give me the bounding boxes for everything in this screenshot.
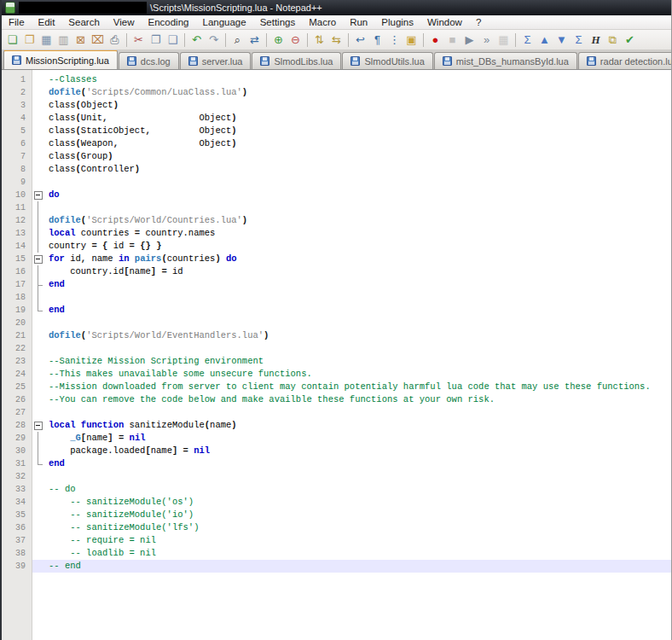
code-line[interactable]: 3class(Object) xyxy=(2,99,671,112)
code-line[interactable]: 23--Sanitize Mission Scripting environme… xyxy=(2,355,671,368)
tab-slmodlibs-lua[interactable]: SlmodLibs.lua xyxy=(252,52,341,69)
code-text[interactable]: -- do xyxy=(44,483,671,496)
fold-toggle-icon[interactable] xyxy=(32,419,44,432)
code-line[interactable]: 15for id, name in pairs(countries) do xyxy=(2,253,671,265)
fold-toggle-icon[interactable] xyxy=(32,189,44,201)
code-line[interactable]: 32 xyxy=(2,470,671,483)
doc-map-icon[interactable]: ⧉ xyxy=(605,32,621,48)
code-line[interactable]: 26--You can remove the code below and ma… xyxy=(2,393,671,406)
tab-missionscripting-lua[interactable]: MissionScripting.lua xyxy=(3,50,118,69)
code-line[interactable]: 34 -- sanitizeModule('os') xyxy=(2,496,671,509)
code-text[interactable]: dofile('Scripts/World/EventHandlers.lua'… xyxy=(44,329,671,342)
code-text[interactable]: class(Unit, Object) xyxy=(44,112,671,125)
title-bar[interactable]: \Scripts\MissionScripting.lua - Notepad+… xyxy=(2,0,671,15)
zoom-in-icon[interactable]: ⊕ xyxy=(270,32,287,48)
code-text[interactable]: class(Group) xyxy=(44,150,671,163)
code-text[interactable]: package.loaded[name] = nil xyxy=(44,445,671,457)
code-line[interactable]: 19end xyxy=(2,304,671,317)
menu-item-edit[interactable]: Edit xyxy=(32,16,62,28)
code-line[interactable]: 35 -- sanitizeModule('io') xyxy=(2,509,671,521)
macro-play-icon[interactable]: ▶ xyxy=(461,32,478,48)
code-text[interactable]: -- sanitizeModule('lfs') xyxy=(44,521,671,534)
code-text[interactable]: class(Weapon, Object) xyxy=(44,137,671,150)
code-line[interactable]: 6class(Weapon, Object) xyxy=(2,137,671,150)
code-text[interactable] xyxy=(44,470,671,483)
code-text[interactable]: country.id[name] = id xyxy=(44,265,671,278)
fold-all-levels-icon[interactable]: Σ xyxy=(519,32,536,48)
code-line[interactable]: 28local function sanitizeModule(name) xyxy=(2,419,671,432)
redo-icon[interactable]: ↷ xyxy=(206,32,222,48)
cut-icon[interactable]: ✂ xyxy=(130,32,147,48)
word-wrap-icon[interactable]: ↩ xyxy=(352,32,368,48)
menu-item-encoding[interactable]: Encoding xyxy=(142,16,196,28)
code-line[interactable]: 17end xyxy=(2,278,671,291)
code-line[interactable]: 31end xyxy=(2,457,671,470)
code-line[interactable]: 4class(Unit, Object) xyxy=(2,112,671,125)
code-line[interactable]: 11 xyxy=(2,201,671,214)
spell-check-icon[interactable]: ✔ xyxy=(622,32,638,48)
code-line[interactable]: 5class(StaticObject, Object) xyxy=(2,125,671,137)
menu-item-macro[interactable]: Macro xyxy=(302,16,343,28)
code-text[interactable] xyxy=(44,201,671,214)
find-icon[interactable]: ⌕ xyxy=(229,32,246,48)
code-line[interactable]: 30 package.loaded[name] = nil xyxy=(2,445,671,457)
code-line[interactable]: 24--This makes unavailable some unsecure… xyxy=(2,368,671,381)
zoom-out-icon[interactable]: ⊖ xyxy=(287,32,304,48)
code-text[interactable]: class(Controller) xyxy=(44,163,671,176)
show-all-characters-icon[interactable]: ¶ xyxy=(369,32,385,48)
code-text[interactable]: local function sanitizeModule(name) xyxy=(44,419,671,432)
code-text[interactable]: for id, name in pairs(countries) do xyxy=(44,253,671,265)
menu-item-help[interactable]: ? xyxy=(469,16,488,28)
paste-icon[interactable]: ❑ xyxy=(165,32,181,48)
code-line[interactable]: 10do xyxy=(2,189,671,201)
code-line[interactable]: 29 _G[name] = nil xyxy=(2,432,671,445)
code-line[interactable]: 33-- do xyxy=(2,483,671,496)
code-area[interactable] xyxy=(44,573,671,640)
code-text[interactable]: -- require = nil xyxy=(44,534,671,547)
code-text[interactable]: -- end xyxy=(44,560,671,573)
code-text[interactable]: class(Object) xyxy=(44,99,671,112)
code-text[interactable]: do xyxy=(44,189,671,201)
code-line[interactable]: 2dofile('Scripts/Common/LuaClass.lua') xyxy=(2,86,671,99)
tab-slmodutils-lua[interactable]: SlmodUtils.lua xyxy=(342,52,432,69)
save-file-icon[interactable]: ▦ xyxy=(38,32,55,48)
close-file-icon[interactable]: ⊠ xyxy=(72,32,89,48)
sync-vertical-scroll-icon[interactable]: ⇅ xyxy=(311,32,327,48)
code-text[interactable]: end xyxy=(44,457,671,470)
replace-icon[interactable]: ⇄ xyxy=(246,32,263,48)
code-line[interactable]: 9 xyxy=(2,176,671,189)
code-text[interactable]: -- sanitizeModule('os') xyxy=(44,496,671,509)
menu-item-view[interactable]: View xyxy=(107,16,142,28)
code-text[interactable]: country = { id = {} } xyxy=(44,240,671,253)
macro-record-icon[interactable]: ● xyxy=(427,32,443,48)
close-all-icon[interactable]: ⌧ xyxy=(90,32,106,48)
code-line[interactable]: 14country = { id = {} } xyxy=(2,240,671,253)
code-line[interactable]: 16 country.id[name] = id xyxy=(2,265,671,278)
undo-icon[interactable]: ↶ xyxy=(188,32,205,48)
code-text[interactable]: end xyxy=(44,304,671,317)
code-text[interactable]: _G[name] = nil xyxy=(44,432,671,445)
expand-up-icon[interactable]: ▲ xyxy=(536,32,553,48)
code-text[interactable]: local countries = country.names xyxy=(44,227,671,240)
notepadpp-logo-icon[interactable] xyxy=(5,2,15,14)
code-text[interactable]: -- loadlib = nil xyxy=(44,547,671,560)
code-text[interactable]: --Sanitize Mission Scripting environment xyxy=(44,355,671,368)
tab-server-lua[interactable]: server.lua xyxy=(180,52,252,69)
code-line[interactable]: 38 -- loadlib = nil xyxy=(2,547,671,560)
code-text[interactable]: end xyxy=(44,278,671,291)
tab-mist-dbs-humansbyid-lua[interactable]: mist_DBs_humansById.lua xyxy=(434,52,577,69)
code-text[interactable] xyxy=(44,317,671,329)
macro-stop-icon[interactable]: ■ xyxy=(444,32,461,48)
unfold-all-levels-icon[interactable]: Σ xyxy=(571,32,587,48)
code-text[interactable]: dofile('Scripts/World/Countries.lua') xyxy=(44,214,671,227)
code-text[interactable] xyxy=(44,342,671,355)
menu-item-language[interactable]: Language xyxy=(195,16,252,28)
code-text[interactable]: dofile('Scripts/Common/LuaClass.lua') xyxy=(44,86,671,99)
code-line[interactable]: 18 xyxy=(2,291,671,304)
code-line[interactable]: 8class(Controller) xyxy=(2,163,671,176)
code-line[interactable]: 22 xyxy=(2,342,671,355)
code-line[interactable]: 27 xyxy=(2,406,671,419)
fold-toggle-icon[interactable] xyxy=(32,253,44,265)
menu-item-window[interactable]: Window xyxy=(420,16,469,28)
user-define-dialog-icon[interactable]: ▣ xyxy=(403,32,420,48)
